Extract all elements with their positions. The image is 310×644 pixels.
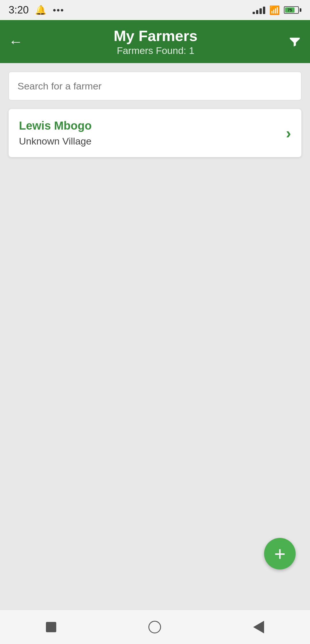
farmer-name: Lewis Mbogo: [19, 119, 92, 132]
nav-back-button[interactable]: [242, 618, 276, 636]
nav-square-button[interactable]: [34, 619, 68, 635]
search-input[interactable]: [9, 72, 301, 100]
farmer-info: Lewis Mbogo Unknown Village: [19, 119, 92, 147]
farmer-list: Lewis Mbogo Unknown Village ›: [0, 100, 310, 157]
status-bar: 3:20 🔔 ••• 📶 75: [0, 0, 310, 20]
filter-icon: [288, 35, 301, 48]
filter-button[interactable]: [288, 35, 301, 48]
add-farmer-button[interactable]: +: [264, 538, 296, 569]
chevron-right-icon: ›: [286, 124, 291, 142]
back-button[interactable]: ←: [9, 33, 23, 50]
status-time: 3:20: [9, 4, 29, 16]
nav-home-button[interactable]: [137, 618, 173, 636]
square-icon: [46, 622, 56, 632]
search-container: [0, 63, 310, 100]
header-title-area: My Farmers Farmers Found: 1: [23, 27, 288, 56]
farmer-location: Unknown Village: [19, 136, 92, 147]
plus-icon: +: [274, 544, 286, 563]
farmer-card[interactable]: Lewis Mbogo Unknown Village ›: [9, 109, 301, 157]
main-content: Lewis Mbogo Unknown Village › +: [0, 63, 310, 610]
wifi-icon: 📶: [269, 5, 280, 15]
bottom-nav-bar: [0, 610, 310, 644]
circle-icon: [148, 621, 161, 633]
battery-icon: 75: [284, 6, 301, 14]
farmers-found-label: Farmers Found: 1: [117, 45, 194, 56]
page-title: My Farmers: [114, 27, 197, 44]
status-right-icons: 📶 75: [253, 5, 301, 15]
more-icon: •••: [53, 5, 64, 15]
app-header: ← My Farmers Farmers Found: 1: [0, 20, 310, 63]
back-arrow-icon: ←: [9, 33, 23, 50]
bell-icon: 🔔: [35, 5, 46, 15]
signal-icon: [253, 6, 265, 14]
triangle-icon: [253, 621, 264, 633]
